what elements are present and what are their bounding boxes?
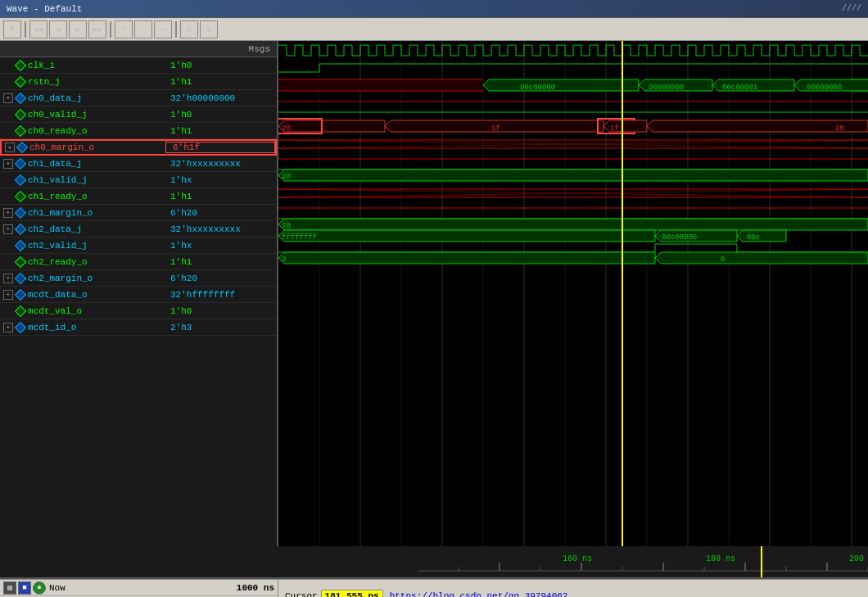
signal-label-ch0_margin_o: ch0_margin_o	[29, 142, 94, 152]
signal-icon-ch1_margin_o	[15, 207, 26, 219]
signal-name-cell-ch1_valid_j: ch1_valid_j	[0, 174, 164, 186]
title-bar: Wave - Default ////	[0, 0, 868, 18]
header-msgs-col: Msgs	[164, 44, 277, 54]
svg-text:20: 20	[282, 124, 291, 133]
toolbar-btn-3[interactable]: ▶	[69, 20, 87, 38]
toolbar-dropdown[interactable]: ▼	[3, 20, 21, 38]
spacer-ch0_ready_o	[3, 126, 13, 136]
signal-name-cell-ch1_ready_o: ch1_ready_o	[0, 191, 164, 202]
svg-marker-74	[655, 252, 868, 264]
toolbar-btn-1[interactable]: ◀◀	[29, 20, 47, 38]
signal-name-cell-mcdt_data_o: +mcdt_data_o	[0, 289, 164, 301]
signal-label-ch1_valid_j: ch1_valid_j	[28, 175, 88, 185]
signal-row-ch1_valid_j[interactable]: ch1_valid_j1'hx	[0, 172, 277, 188]
signal-name-cell-ch2_valid_j: ch2_valid_j	[0, 240, 164, 251]
wave-panel[interactable]: 00c00000 00000000 00c00001 00000000	[278, 41, 868, 546]
svg-text:00c: 00c	[747, 233, 760, 242]
signal-value-ch2_margin_o: 6'h20	[164, 274, 277, 283]
signal-icon-ch0_data_j	[15, 93, 26, 104]
spacer-ch1_valid_j	[3, 175, 13, 185]
expand-btn-ch0_margin_o[interactable]: +	[5, 142, 15, 152]
signal-label-ch0_ready_o: ch0_ready_o	[28, 126, 88, 136]
signal-icon-rstn_j	[15, 76, 26, 88]
signal-name-cell-ch0_ready_o: ch0_ready_o	[0, 125, 164, 137]
signal-icon-ch2_valid_j	[15, 240, 26, 251]
signal-name-cell-clk_i: clk_i	[0, 60, 164, 71]
toolbar-btn-4[interactable]: ▶▶	[88, 20, 106, 38]
signal-icon-mcdt_id_o	[15, 322, 26, 333]
signal-name-cell-ch2_data_j: +ch2_data_j	[0, 224, 164, 235]
signal-value-ch1_data_j: 32'hxxxxxxxxx	[164, 159, 277, 169]
spacer-ch2_ready_o	[3, 257, 13, 267]
toolbar-btn-2[interactable]: ◀	[49, 20, 67, 38]
signal-row-ch2_data_j[interactable]: +ch2_data_j32'hxxxxxxxxx	[0, 221, 277, 237]
expand-btn-ch1_margin_o[interactable]: +	[3, 208, 13, 218]
signal-row-ch0_data_j[interactable]: +ch0_data_j32'h00000000	[0, 90, 277, 106]
cursor-time-box: 181.555 ns	[321, 590, 383, 598]
toolbar-zoom-fit[interactable]: ⟷	[154, 20, 172, 38]
signal-row-ch1_margin_o[interactable]: +ch1_margin_o6'h20	[0, 205, 277, 221]
svg-text:20: 20	[282, 222, 291, 230]
svg-text:200 ns: 200 ns	[849, 554, 868, 563]
signal-icon-ch0_margin_o	[16, 142, 28, 153]
signal-value-mcdt_val_o: 1'h0	[164, 306, 277, 316]
signal-row-ch2_valid_j[interactable]: ch2_valid_j1'hx	[0, 237, 277, 254]
mini-btn-1[interactable]: ▤	[3, 581, 16, 595]
signal-row-ch0_ready_o[interactable]: ch0_ready_o1'h1	[0, 123, 277, 139]
signal-name-cell-mcdt_val_o: mcdt_val_o	[0, 305, 164, 317]
signal-name-cell-ch1_data_j: +ch1_data_j	[0, 158, 164, 170]
signal-row-clk_i[interactable]: clk_i1'h0	[0, 57, 277, 74]
status-url[interactable]: https://blog.csdn.net/qq_39794062	[390, 591, 568, 598]
svg-text:180 ns: 180 ns	[706, 554, 735, 563]
expand-btn-ch1_data_j[interactable]: +	[3, 159, 13, 169]
signal-row-ch0_margin_o[interactable]: +ch0_margin_o6'h1f	[0, 139, 277, 156]
expand-btn-ch2_data_j[interactable]: +	[3, 224, 13, 234]
expand-btn-mcdt_data_o[interactable]: +	[3, 290, 13, 300]
signal-value-rstn_j: 1'h1	[164, 77, 277, 87]
toolbar-zoom-in[interactable]: +	[115, 20, 133, 38]
signal-name-cell-ch1_margin_o: +ch1_margin_o	[0, 207, 164, 219]
signal-name-cell-ch2_margin_o: +ch2_margin_o	[0, 273, 164, 284]
toolbar-zoom-out[interactable]: -	[134, 20, 152, 38]
waveform-svg[interactable]: 00c00000 00000000 00c00001 00000000	[278, 41, 868, 546]
signal-label-rstn_j: rstn_j	[28, 77, 61, 87]
signal-icon-ch1_valid_j	[15, 174, 26, 186]
spacer-ch1_ready_o	[3, 192, 13, 201]
expand-btn-mcdt_id_o[interactable]: +	[3, 323, 13, 332]
toolbar-btn-5[interactable]: ⊕	[180, 20, 198, 38]
svg-text:160 ns: 160 ns	[563, 554, 592, 563]
mini-btn-3[interactable]: ●	[33, 581, 46, 595]
signal-label-ch1_margin_o: ch1_margin_o	[28, 208, 93, 218]
signal-icon-ch2_ready_o	[15, 256, 26, 268]
signal-label-ch2_valid_j: ch2_valid_j	[28, 241, 88, 251]
signal-header: Msgs	[0, 41, 277, 57]
signal-value-mcdt_data_o: 32'hffffffff	[164, 290, 277, 300]
signal-value-ch1_margin_o: 6'h20	[164, 208, 277, 218]
toolbar-btn-6[interactable]: ⊗	[200, 20, 218, 38]
svg-rect-18	[278, 79, 483, 91]
signal-value-ch0_ready_o: 1'h1	[164, 126, 277, 136]
svg-marker-61	[278, 230, 655, 242]
signal-row-ch1_data_j[interactable]: +ch1_data_j32'hxxxxxxxxx	[0, 156, 277, 172]
signal-row-ch1_ready_o[interactable]: ch1_ready_o1'h1	[0, 188, 277, 205]
signal-row-ch0_valid_j[interactable]: ch0_valid_j1'h0	[0, 106, 277, 123]
signal-row-rstn_j[interactable]: rstn_j1'h1	[0, 74, 277, 90]
signal-row-mcdt_id_o[interactable]: +mcdt_id_o2'h3	[0, 319, 277, 336]
spacer-ch0_valid_j	[3, 110, 13, 120]
status-now-value: 1000 ns	[237, 583, 274, 593]
signal-label-ch2_ready_o: ch2_ready_o	[28, 257, 88, 267]
signal-row-ch2_ready_o[interactable]: ch2_ready_o1'h1	[0, 254, 277, 270]
signal-label-ch2_margin_o: ch2_margin_o	[28, 274, 93, 283]
signal-row-mcdt_data_o[interactable]: +mcdt_data_o32'hffffffff	[0, 287, 277, 303]
expand-btn-ch0_data_j[interactable]: +	[3, 93, 13, 103]
signal-row-mcdt_val_o[interactable]: mcdt_val_o1'h0	[0, 303, 277, 319]
spacer-clk_i	[3, 61, 13, 70]
mini-btn-2[interactable]: ■	[18, 581, 31, 595]
status-bar: ▤ ■ ● Now 1000 ns ▤ ■ Cursor 1 181.555 n…	[0, 579, 868, 597]
expand-btn-ch2_margin_o[interactable]: +	[3, 274, 13, 283]
svg-marker-59	[278, 219, 868, 230]
signal-value-ch1_valid_j: 1'hx	[164, 175, 277, 185]
status-left: ▤ ■ ● Now 1000 ns ▤ ■ Cursor 1 181.555 n…	[0, 580, 278, 597]
svg-text:3: 3	[282, 256, 286, 264]
signal-row-ch2_margin_o[interactable]: +ch2_margin_o6'h20	[0, 270, 277, 287]
